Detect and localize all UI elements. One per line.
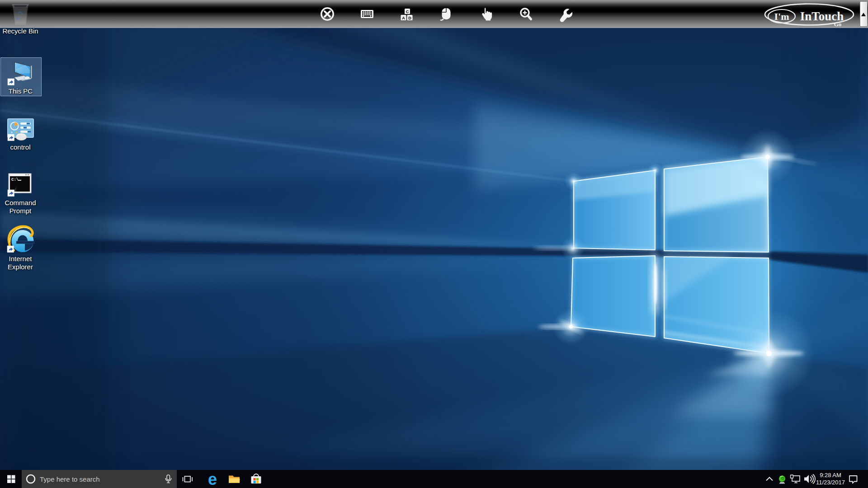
svg-text:e: e (208, 470, 217, 488)
svg-text:A: A (402, 16, 405, 20)
svg-text:Go: Go (834, 21, 842, 28)
svg-text:D: D (408, 16, 411, 20)
svg-text:C:\: C:\ (11, 178, 19, 182)
svg-text:C: C (406, 9, 409, 14)
svg-text:I'm: I'm (774, 11, 789, 22)
